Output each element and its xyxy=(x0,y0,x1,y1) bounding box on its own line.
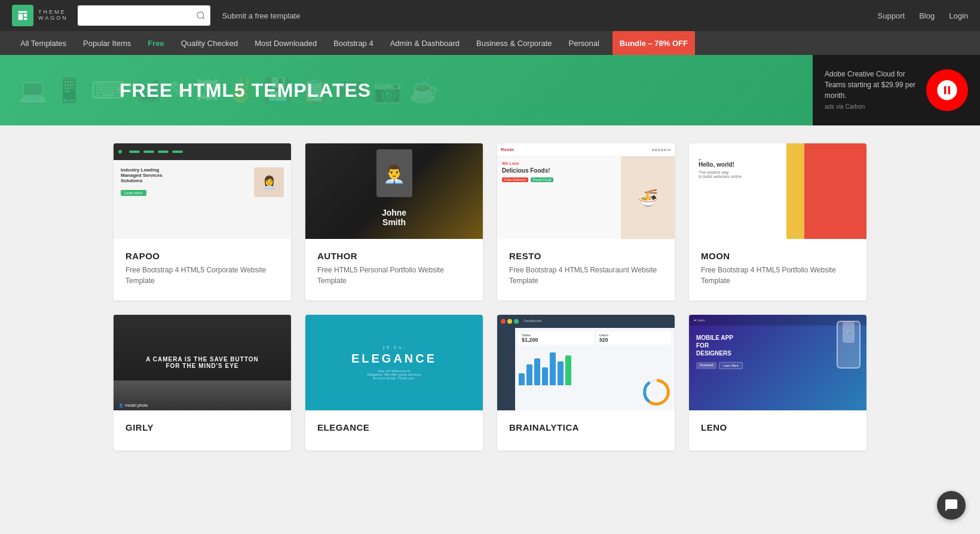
brainalytica-title: BRAINALYTICA xyxy=(509,422,663,432)
moon-desc: Free Bootstrap 4 HTML5 Portfolio Website… xyxy=(701,265,855,286)
nav-popular-items[interactable]: Popular Items xyxy=(75,31,139,55)
hero-ad-logo xyxy=(926,69,968,111)
rapoo-desc: Free Bootstrap 4 HTML5 Corporate Website… xyxy=(125,265,279,286)
template-card-leno[interactable]: ● Leno MOBILE APPFORDESIGNERS Download L… xyxy=(689,315,866,450)
resto-thumbnail: Resto ★★★★★ 60 We Love Delicious Foods! … xyxy=(497,143,675,239)
template-card-elegance[interactable]: JS Co. ELEGANCE Hey, Hi! Welcome toElega… xyxy=(305,315,483,450)
nav-personal[interactable]: Personal xyxy=(561,31,608,55)
rapoo-card-body: RAPOO Free Bootstrap 4 HTML5 Corporate W… xyxy=(114,239,291,300)
nav-business-corporate[interactable]: Business & Corporate xyxy=(468,31,560,55)
hero-title: FREE HTML5 TEMPLATES xyxy=(120,79,371,102)
template-card-brainalytica[interactable]: Dashboard Sales$1,200 Users320 xyxy=(497,315,675,450)
nav-free[interactable]: Free xyxy=(139,31,172,55)
nav-quality-checked[interactable]: Quality Checked xyxy=(173,31,246,55)
elegance-title: ELEGANCE xyxy=(317,422,471,432)
logo-line2: WAGON xyxy=(38,16,68,22)
hero-ad-attribution: ads via Carbon xyxy=(825,103,865,110)
leno-card-body: LENO xyxy=(689,410,866,450)
logo-text: THEME WAGON xyxy=(38,10,68,22)
moon-thumbnail: ●○ Hello, world! The easiest wayto build… xyxy=(689,143,866,239)
moon-card-body: MOON Free Bootstrap 4 HTML5 Portfolio We… xyxy=(689,239,866,300)
rapoo-thumbnail: Industry LeadingManaged ServicesSolution… xyxy=(114,143,291,239)
template-grid-row2: A CAMERA IS THE SAVE BUTTONFOR THE MIND'… xyxy=(114,315,866,450)
logo[interactable]: THEME WAGON xyxy=(12,5,68,26)
rapoo-title: RAPOO xyxy=(125,251,279,261)
template-card-resto[interactable]: Resto ★★★★★ 60 We Love Delicious Foods! … xyxy=(497,143,675,300)
nav-admin-dashboard[interactable]: Admin & Dashboard xyxy=(382,31,468,55)
template-grid-row1: Industry LeadingManaged ServicesSolution… xyxy=(114,143,866,300)
header: THEME WAGON Submit a free template Suppo… xyxy=(0,0,980,31)
brainalytica-card-body: BRAINALYTICA xyxy=(497,410,675,450)
header-right: Support Blog Login xyxy=(878,11,968,20)
nav-bootstrap4[interactable]: Bootstrap 4 xyxy=(325,31,382,55)
main-content: Industry LeadingManaged ServicesSolution… xyxy=(102,143,878,450)
template-card-author[interactable]: 👨‍💼 JohneSmith AUTHOR Free HTML5 Persona… xyxy=(305,143,483,300)
leno-thumbnail: ● Leno MOBILE APPFORDESIGNERS Download L… xyxy=(689,315,866,410)
elegance-thumbnail: JS Co. ELEGANCE Hey, Hi! Welcome toElega… xyxy=(305,315,483,410)
hero-banner: 💻 📱 ⌨ 📹 ✎ 🖼 ✌ 💾 📋 🎮 📷 ☕ FREE HTML5 TEMPL… xyxy=(0,55,980,125)
resto-card-body: RESTO Free Bootstrap 4 HTML5 Restauraunt… xyxy=(497,239,675,300)
logo-icon xyxy=(12,5,33,26)
main-nav: All Templates Popular Items Free Quality… xyxy=(0,31,980,55)
author-title: AUTHOR xyxy=(317,251,471,261)
hero-ad-text: Adobe Creative Cloud for Teams starting … xyxy=(825,69,920,112)
moon-title: MOON xyxy=(701,251,855,261)
support-link[interactable]: Support xyxy=(878,11,905,20)
template-card-moon[interactable]: ●○ Hello, world! The easiest wayto build… xyxy=(689,143,866,300)
nav-bundle[interactable]: Bundle – 78% OFF xyxy=(612,31,695,55)
girly-title: GIRLY xyxy=(125,422,279,432)
svg-point-0 xyxy=(197,12,204,19)
hero-ad[interactable]: Adobe Creative Cloud for Teams starting … xyxy=(813,55,980,125)
author-card-body: AUTHOR Free HTML5 Personal Portfolio Web… xyxy=(305,239,483,300)
girly-thumbnail: A CAMERA IS THE SAVE BUTTONFOR THE MIND'… xyxy=(114,315,291,410)
search-icon[interactable] xyxy=(196,11,206,20)
login-link[interactable]: Login xyxy=(949,11,968,20)
resto-title: RESTO xyxy=(509,251,663,261)
template-card-rapoo[interactable]: Industry LeadingManaged ServicesSolution… xyxy=(114,143,291,300)
girly-card-body: GIRLY xyxy=(114,410,291,450)
search-bar xyxy=(78,5,210,26)
nav-most-downloaded[interactable]: Most Downloaded xyxy=(246,31,325,55)
author-thumbnail: 👨‍💼 JohneSmith xyxy=(305,143,483,239)
leno-title: LENO xyxy=(701,422,855,432)
author-desc: Free HTML5 Personal Portfolio Website Te… xyxy=(317,265,471,286)
elegance-card-body: ELEGANCE xyxy=(305,410,483,450)
template-card-girly[interactable]: A CAMERA IS THE SAVE BUTTONFOR THE MIND'… xyxy=(114,315,291,450)
search-input[interactable] xyxy=(82,11,196,20)
nav-all-templates[interactable]: All Templates xyxy=(12,31,75,55)
submit-template-link[interactable]: Submit a free template xyxy=(222,11,301,20)
hero-ad-copy: Adobe Creative Cloud for Teams starting … xyxy=(825,70,915,100)
resto-desc: Free Bootstrap 4 HTML5 Restauraunt Websi… xyxy=(509,265,663,286)
brainalytica-thumbnail: Dashboard Sales$1,200 Users320 xyxy=(497,315,675,410)
blog-link[interactable]: Blog xyxy=(919,11,935,20)
